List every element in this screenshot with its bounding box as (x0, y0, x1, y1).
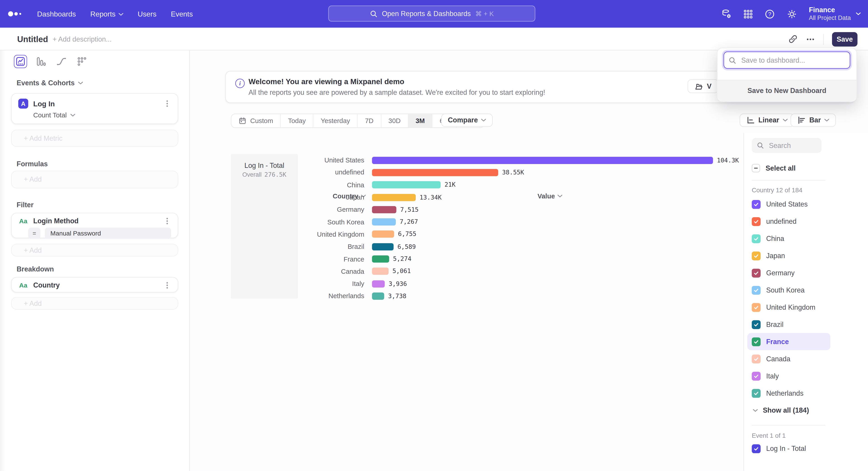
bar[interactable] (372, 256, 389, 263)
chart-row: Netherlands3,738 (190, 290, 743, 302)
bar[interactable] (372, 231, 394, 238)
filter-property-name[interactable]: Login Method (33, 217, 79, 225)
add-formula-button[interactable]: + Add (11, 171, 178, 188)
report-description-placeholder[interactable]: + Add description... (53, 35, 112, 43)
checked-checkbox[interactable] (752, 217, 761, 226)
tab-retention[interactable] (75, 55, 89, 68)
apps-grid-icon[interactable] (743, 9, 753, 19)
kebab-menu-icon[interactable] (163, 282, 171, 289)
kebab-menu-icon[interactable] (163, 100, 171, 108)
country-item-brazil[interactable]: Brazil (747, 316, 830, 333)
country-item-label: China (766, 235, 784, 242)
more-actions-icon[interactable] (806, 35, 815, 43)
country-item-label: United Kingdom (766, 303, 815, 311)
country-item-germany[interactable]: Germany (747, 264, 830, 282)
tab-flows[interactable] (55, 55, 68, 68)
checked-checkbox[interactable] (752, 389, 761, 398)
select-all-toggle[interactable]: Select all (752, 164, 796, 172)
checked-checkbox[interactable] (752, 234, 761, 243)
bar[interactable] (372, 218, 396, 226)
metric-event-name[interactable]: Log In (33, 99, 55, 108)
calendar-icon (239, 117, 246, 125)
panel-search[interactable] (752, 138, 822, 153)
bar[interactable] (372, 194, 416, 201)
checked-checkbox[interactable] (752, 444, 761, 453)
help-icon[interactable]: ? (765, 8, 775, 19)
checked-checkbox[interactable] (752, 303, 761, 312)
filter-operator[interactable]: = (28, 228, 40, 239)
breakdown-card[interactable]: Aa Country (11, 277, 178, 293)
country-item-france[interactable]: France (747, 333, 830, 350)
checked-checkbox[interactable] (752, 286, 761, 294)
show-all-button[interactable]: Show all (184) (753, 407, 809, 414)
value-label: 5,274 (393, 256, 411, 263)
add-filter-button[interactable]: + Add (11, 244, 178, 257)
date-range-today[interactable]: Today (281, 114, 313, 127)
bar[interactable] (372, 243, 394, 250)
nav-item-users[interactable]: Users (138, 10, 156, 18)
checked-checkbox[interactable] (752, 251, 761, 260)
nav-item-events[interactable]: Events (171, 10, 193, 18)
date-range-30d[interactable]: 30D (381, 114, 408, 127)
query-builder-sidebar: Events & Cohorts A Log In Count Total + … (0, 51, 190, 471)
aggregation-selector[interactable]: Count Total (33, 111, 171, 119)
checked-checkbox[interactable] (752, 354, 761, 363)
nav-item-dashboards[interactable]: Dashboards (37, 10, 76, 18)
panel-search-input[interactable] (768, 141, 820, 150)
checked-checkbox[interactable] (752, 268, 761, 277)
mixpanel-logo-icon[interactable] (8, 10, 23, 18)
events-cohorts-header[interactable]: Events & Cohorts (17, 79, 83, 87)
save-search-input[interactable] (740, 56, 845, 64)
date-range-7d[interactable]: 7D (358, 114, 381, 127)
tab-insights[interactable] (14, 55, 27, 68)
country-item-united-kingdom[interactable]: United Kingdom (747, 299, 830, 316)
bar[interactable] (372, 181, 441, 188)
tab-funnels[interactable] (34, 55, 48, 68)
event-checkbox-item[interactable]: Log In - Total (752, 444, 806, 453)
chart-scale-button[interactable]: Linear (740, 114, 794, 127)
country-item-netherlands[interactable]: Netherlands (747, 385, 830, 402)
filter-card[interactable]: Aa Login Method = Manual Password (11, 213, 178, 238)
country-item-united-states[interactable]: United States (747, 196, 830, 213)
date-range-custom[interactable]: Custom (231, 114, 281, 127)
breakdown-property-name[interactable]: Country (33, 282, 60, 289)
kebab-menu-icon[interactable] (163, 217, 171, 225)
save-to-new-dashboard-button[interactable]: Save to New Dashboard (717, 80, 857, 101)
add-breakdown-button[interactable]: + Add (11, 297, 178, 310)
country-item-china[interactable]: China (747, 230, 830, 247)
nav-item-reports[interactable]: Reports (90, 10, 123, 18)
save-button[interactable]: Save (832, 32, 858, 47)
save-search-field[interactable] (723, 52, 850, 69)
indeterminate-checkbox[interactable] (752, 164, 760, 172)
compare-button[interactable]: Compare (441, 114, 493, 127)
country-item-south-korea[interactable]: South Korea (747, 282, 830, 299)
country-item-canada[interactable]: Canada (747, 350, 830, 367)
date-range-yesterday[interactable]: Yesterday (313, 114, 358, 127)
primary-nav: DashboardsReportsUsersEvents (37, 10, 193, 18)
country-item-japan[interactable]: Japan (747, 247, 830, 264)
date-range-3m[interactable]: 3M (408, 114, 433, 127)
bar[interactable] (372, 206, 397, 213)
filter-value[interactable]: Manual Password (45, 228, 171, 239)
chart-type-button[interactable]: Bar (790, 114, 836, 127)
data-management-icon[interactable] (721, 8, 732, 19)
metric-card[interactable]: A Log In Count Total (11, 93, 178, 124)
country-item-undefined[interactable]: undefined (747, 213, 830, 230)
checked-checkbox[interactable] (752, 372, 761, 380)
bar[interactable] (372, 169, 498, 176)
bar[interactable] (372, 293, 384, 300)
bar[interactable] (372, 280, 385, 287)
report-title[interactable]: Untitled (17, 34, 48, 44)
country-item-italy[interactable]: Italy (747, 367, 830, 385)
checked-checkbox[interactable] (752, 200, 761, 209)
view-board-button[interactable]: V (688, 79, 719, 93)
bar[interactable] (372, 156, 713, 164)
copy-link-icon[interactable] (788, 34, 798, 44)
bar[interactable] (372, 268, 389, 275)
project-selector[interactable]: Finance All Project Data (809, 6, 861, 22)
checked-checkbox[interactable] (752, 337, 761, 346)
checked-checkbox[interactable] (752, 320, 761, 329)
global-search-button[interactable]: Open Reports & Dashboards ⌘ + K (328, 5, 535, 22)
settings-gear-icon[interactable] (786, 8, 797, 19)
add-metric-button[interactable]: + Add Metric (11, 129, 178, 147)
